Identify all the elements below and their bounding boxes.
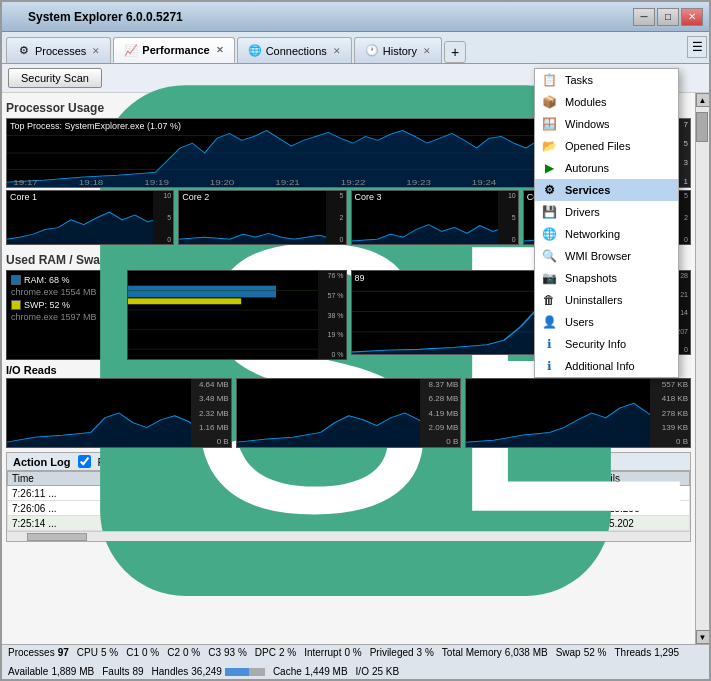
io-writes-axis: 8.37 MB 6.28 MB 4.19 MB 2.09 MB 0 B: [420, 379, 460, 447]
svg-text:19:20: 19:20: [210, 178, 235, 187]
core2-label: Core 2: [182, 192, 209, 202]
io-writes-chart: chrome.exe 2 KB 8.37 MB 6.28 MB 4.19 MB …: [236, 378, 462, 448]
app-icon: SE: [8, 9, 24, 25]
menu-button[interactable]: ☰: [687, 36, 707, 58]
core2-axis: 5 2 0: [326, 191, 346, 244]
windows-icon: 🪟: [541, 116, 557, 132]
core3-axis: 10 5 0: [498, 191, 518, 244]
core1-label: Core 1: [10, 192, 37, 202]
tabbar: ⚙ Processes ✕ 📈 Performance ✕ 🌐 Connecti…: [2, 32, 709, 64]
tab-close-history[interactable]: ✕: [423, 46, 431, 56]
menu-item-snapshots[interactable]: 📷 Snapshots: [535, 267, 678, 289]
io-reads-axis: 4.64 MB 3.48 MB 2.32 MB 1.16 MB 0 B: [191, 379, 231, 447]
core3-chart: Core 3 7 % 10 5 0: [351, 190, 519, 245]
tab-close-performance[interactable]: ✕: [216, 45, 224, 55]
svg-text:19:17: 19:17: [13, 178, 38, 187]
pages-value: 89: [355, 273, 365, 283]
menu-item-drivers[interactable]: 💾 Drivers: [535, 201, 678, 223]
modules-icon: 📦: [541, 94, 557, 110]
tab-performance[interactable]: 📈 Performance ✕: [113, 37, 234, 63]
dropdown-menu: 📋 Tasks 📦 Modules 🪟 Windows 📂 Opened Fil…: [534, 68, 679, 378]
svg-text:19:21: 19:21: [275, 178, 300, 187]
menu-item-modules[interactable]: 📦 Modules: [535, 91, 678, 113]
svg-rect-21: [128, 286, 276, 298]
wmi-browser-icon: 🔍: [541, 248, 557, 264]
handles-bar: [225, 668, 265, 676]
history-icon: 🕐: [365, 44, 379, 58]
svg-text:19:23: 19:23: [406, 178, 431, 187]
networking-icon: 🌐: [541, 226, 557, 242]
security-info-icon: ℹ: [541, 336, 557, 352]
svg-text:19:18: 19:18: [79, 178, 104, 187]
menu-item-security-info[interactable]: ℹ Security Info: [535, 333, 678, 355]
users-icon: 👤: [541, 314, 557, 330]
core2-chart: Core 2 0 % 5 2 0: [178, 190, 346, 245]
svg-rect-20: [128, 271, 346, 359]
svg-text:19:22: 19:22: [341, 178, 366, 187]
tab-connections[interactable]: 🌐 Connections ✕: [237, 37, 352, 63]
processor-top-process: Top Process: SystemExplorer.exe (1.07 %): [10, 121, 181, 131]
io-others-chart: cmdagent.exe 5 KB 557 KB 418 KB 278 KB 1…: [465, 378, 691, 448]
menu-item-wmi-browser[interactable]: 🔍 WMI Browser: [535, 245, 678, 267]
menu-item-windows[interactable]: 🪟 Windows: [535, 113, 678, 135]
snapshots-icon: 📷: [541, 270, 557, 286]
svg-text:19:19: 19:19: [144, 178, 169, 187]
tab-close-connections[interactable]: ✕: [333, 46, 341, 56]
connections-icon: 🌐: [248, 44, 262, 58]
processes-icon: ⚙: [17, 44, 31, 58]
core3-label: Core 3: [355, 192, 382, 202]
tab-close-processes[interactable]: ✕: [92, 46, 100, 56]
scroll-thumb-h[interactable]: [27, 533, 87, 541]
menu-item-services[interactable]: ⚙ Services: [535, 179, 678, 201]
core1-chart: Core 1 13 % 10 5 0: [6, 190, 174, 245]
handles-bar-fill: [225, 668, 249, 676]
scroll-track[interactable]: [696, 107, 709, 630]
main-window: SE System Explorer 6.0.0.5271 ─ □ ✕ ⚙ Pr…: [0, 0, 711, 681]
right-scrollbar: ▲ ▼: [695, 93, 709, 644]
io-reads-chart: chrome.exe 2 KB 4.64 MB 3.48 MB 2.32 MB …: [6, 378, 232, 448]
ram-chart: 76 % 57 % 38 % 19 % 0 %: [127, 270, 347, 360]
services-icon: ⚙: [541, 182, 557, 198]
menu-item-users[interactable]: 👤 Users: [535, 311, 678, 333]
tab-processes[interactable]: ⚙ Processes ✕: [6, 37, 111, 63]
horizontal-scrollbar[interactable]: [7, 531, 690, 541]
io-others-axis: 557 KB 418 KB 278 KB 139 KB 0 B: [650, 379, 690, 447]
menu-item-autoruns[interactable]: ▶ Autoruns: [535, 157, 678, 179]
menu-item-uninstallers[interactable]: 🗑 Uninstallers: [535, 289, 678, 311]
ram-axis: 76 % 57 % 38 % 19 % 0 %: [318, 271, 346, 359]
additional-info-icon: ℹ: [541, 358, 557, 374]
menu-item-additional-info[interactable]: ℹ Additional Info: [535, 355, 678, 377]
svg-text:19:24: 19:24: [472, 178, 497, 187]
scroll-thumb[interactable]: [696, 112, 708, 142]
drivers-icon: 💾: [541, 204, 557, 220]
add-tab-button[interactable]: +: [444, 41, 466, 63]
performance-icon: 📈: [124, 43, 138, 57]
tab-history[interactable]: 🕐 History ✕: [354, 37, 442, 63]
tasks-icon: 📋: [541, 72, 557, 88]
titlebar: SE System Explorer 6.0.0.5271 ─ □ ✕: [2, 2, 709, 32]
uninstallers-icon: 🗑: [541, 292, 557, 308]
menu-item-tasks[interactable]: 📋 Tasks: [535, 69, 678, 91]
core1-axis: 10 5 0: [153, 191, 173, 244]
autoruns-icon: ▶: [541, 160, 557, 176]
svg-rect-22: [128, 298, 241, 304]
menu-item-opened-files[interactable]: 📂 Opened Files: [535, 135, 678, 157]
opened-files-icon: 📂: [541, 138, 557, 154]
menu-item-networking[interactable]: 🌐 Networking: [535, 223, 678, 245]
